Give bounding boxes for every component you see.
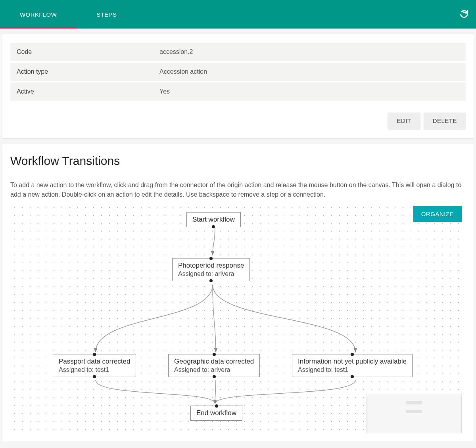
port-passport-top[interactable] (93, 353, 96, 356)
workflow-canvas[interactable]: ORGANIZE Start workflow (10, 203, 466, 433)
node-start-title: Start workflow (192, 216, 235, 223)
info-value-active: Yes (153, 82, 466, 101)
node-end-workflow[interactable]: End workflow (190, 406, 242, 421)
node-geo-assigned: Assigned to: arivera (174, 366, 254, 373)
info-value-code: accession.2 (153, 43, 466, 61)
port-end-top[interactable] (215, 404, 218, 408)
node-geographic-data-corrected[interactable]: Geographic data corrected Assigned to: a… (168, 354, 260, 377)
port-geo-bottom[interactable] (213, 375, 216, 378)
port-photo-top[interactable] (209, 257, 213, 260)
info-label-action-type: Action type (10, 63, 153, 81)
port-passport-bottom[interactable] (93, 375, 96, 378)
minimap-bar (406, 401, 422, 404)
port-info-bottom[interactable] (351, 375, 354, 378)
info-value-action-type: Accession action (153, 63, 466, 81)
info-row-active: Active Yes (10, 82, 466, 101)
info-label-active: Active (10, 82, 153, 101)
minimap-bar (406, 410, 422, 413)
node-photo-title: Photoperiod response (178, 262, 244, 269)
refresh-icon[interactable] (459, 10, 469, 19)
delete-button[interactable]: DELETE (424, 113, 466, 129)
tab-workflow-label: WORKFLOW (20, 11, 57, 18)
node-end-title: End workflow (196, 409, 236, 417)
node-passport-title: Passport data corrected (59, 358, 130, 365)
tab-steps[interactable]: STEPS (77, 0, 136, 29)
node-info-title: Information not yet publicly available (298, 358, 407, 365)
transitions-title: Workflow Transitions (10, 154, 466, 168)
workflow-info-card: Code accession.2 Action type Accession a… (2, 34, 474, 138)
edit-button[interactable]: EDIT (388, 113, 420, 129)
canvas-minimap[interactable] (367, 394, 462, 433)
port-geo-top[interactable] (213, 353, 216, 356)
node-photoperiod-response[interactable]: Photoperiod response Assigned to: ariver… (172, 258, 250, 281)
tab-steps-label: STEPS (96, 11, 117, 18)
node-information-not-yet-publicly-available[interactable]: Information not yet publicly available A… (292, 354, 413, 377)
node-start-workflow[interactable]: Start workflow (186, 212, 241, 227)
node-passport-assigned: Assigned to: test1 (59, 366, 130, 373)
transitions-help-text: To add a new action to the workflow, cli… (10, 180, 466, 199)
info-button-row: EDIT DELETE (10, 113, 466, 129)
info-row-action-type: Action type Accession action (10, 63, 466, 81)
workflow-transitions-section: Workflow Transitions To add a new action… (2, 144, 474, 441)
top-tabs-bar: WORKFLOW STEPS (0, 0, 476, 29)
port-start-bottom[interactable] (212, 225, 215, 228)
port-photo-bottom[interactable] (209, 279, 213, 282)
node-photo-assigned: Assigned to: arivera (178, 270, 244, 278)
port-info-top[interactable] (351, 353, 354, 356)
tab-workflow[interactable]: WORKFLOW (0, 0, 77, 29)
node-geo-title: Geographic data corrected (174, 358, 254, 365)
organize-button[interactable]: ORGANIZE (413, 206, 462, 222)
info-row-code: Code accession.2 (10, 43, 466, 61)
info-table: Code accession.2 Action type Accession a… (10, 41, 466, 102)
info-label-code: Code (10, 43, 153, 61)
node-passport-data-corrected[interactable]: Passport data corrected Assigned to: tes… (53, 354, 136, 377)
node-info-assigned: Assigned to: test1 (298, 366, 407, 373)
